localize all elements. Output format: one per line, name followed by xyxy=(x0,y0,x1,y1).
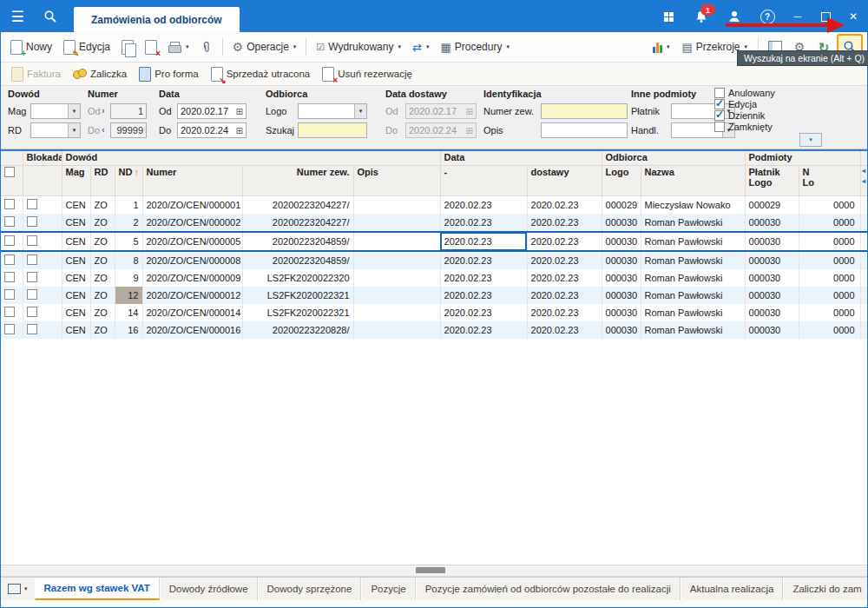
cell-nd[interactable]: 5 xyxy=(115,232,142,251)
blokada-cell[interactable] xyxy=(23,214,62,232)
cell-data[interactable]: 2020.02.23 xyxy=(440,269,527,287)
calendar-icon[interactable]: ⊞ xyxy=(236,107,243,116)
filter-expand-button[interactable]: ▾ xyxy=(799,133,822,147)
cell-opis[interactable] xyxy=(353,251,440,269)
cell-rd[interactable]: ZO xyxy=(90,214,115,232)
transfer-button[interactable]: ⇄▾ xyxy=(407,38,434,56)
cell-mag[interactable]: CEN xyxy=(62,214,90,232)
cell-dostawy[interactable]: 2020.02.23 xyxy=(527,232,602,251)
invoice-button[interactable]: Faktura xyxy=(6,63,66,85)
col-opis[interactable]: Opis xyxy=(353,166,440,196)
cell-nd[interactable]: 2 xyxy=(115,214,142,232)
cell-data[interactable]: 2020.02.23 xyxy=(440,251,527,269)
cell-mag[interactable]: CEN xyxy=(62,269,90,287)
cell-platnik-logo[interactable]: 000030 xyxy=(745,214,799,232)
cell-nd[interactable]: 9 xyxy=(115,269,142,287)
cell-nd[interactable]: 8 xyxy=(115,251,142,269)
blokada-cell[interactable] xyxy=(23,304,62,321)
blokada-cell[interactable] xyxy=(23,321,62,339)
cell-nazwa[interactable]: Roman Pawłowski xyxy=(641,269,745,287)
chevron-down-icon[interactable]: ▾ xyxy=(354,104,366,118)
help-button[interactable]: ? xyxy=(751,1,784,32)
szukaj-input[interactable] xyxy=(298,122,367,138)
remove-reservation-button[interactable]: ×Usuń rezerwację xyxy=(317,63,418,85)
row-select-cell[interactable] xyxy=(1,304,23,321)
dostawy-do-input[interactable]: 2020.02.24⊞ xyxy=(405,122,477,138)
footer-view-button[interactable]: ▾ xyxy=(1,578,35,600)
cell-numer[interactable]: 2020/ZO/CEN/000014 xyxy=(142,304,242,321)
delete-button[interactable]: × xyxy=(140,36,162,58)
cell-data[interactable]: 2020.02.23 xyxy=(440,214,527,232)
group-odbiorca[interactable]: Odbiorca xyxy=(602,151,745,166)
row-select-cell[interactable] xyxy=(1,321,23,339)
cell-numer[interactable]: 2020/ZO/CEN/000016 xyxy=(142,321,242,339)
row-select-checkbox[interactable] xyxy=(4,289,15,300)
cell-numer-zew[interactable]: LS2FK2020022320 xyxy=(242,269,353,287)
cell-logo[interactable]: 000030 xyxy=(602,251,641,269)
cell-rd[interactable]: ZO xyxy=(90,196,115,215)
col-numer[interactable]: Numer xyxy=(142,166,242,196)
cell-n-logo[interactable]: 0000 xyxy=(799,304,860,321)
cell-opis[interactable] xyxy=(353,287,440,304)
group-data[interactable]: Data xyxy=(440,151,602,166)
col-data[interactable]: - xyxy=(440,166,527,196)
cell-rd[interactable]: ZO xyxy=(90,304,115,321)
row-select-checkbox[interactable] xyxy=(4,254,15,265)
cell-numer-zew[interactable]: LS2FK2020022321 xyxy=(242,287,353,304)
cell-nd[interactable]: 12 xyxy=(115,287,142,304)
cell-logo[interactable]: 000030 xyxy=(602,304,641,321)
cell-n-logo[interactable]: 0000 xyxy=(799,214,860,232)
blokada-cell[interactable] xyxy=(23,251,62,269)
cell-mag[interactable]: CEN xyxy=(62,304,90,321)
chevron-down-icon[interactable]: ▾ xyxy=(68,104,80,118)
cell-dostawy[interactable]: 2020.02.23 xyxy=(527,304,602,321)
cell-logo[interactable]: 000030 xyxy=(602,321,641,339)
cell-nd[interactable]: 16 xyxy=(115,321,142,339)
mag-select[interactable]: ▾ xyxy=(30,103,81,119)
cell-n-logo[interactable]: 0000 xyxy=(799,287,860,304)
data-do-input[interactable]: 2020.02.24⊞ xyxy=(177,122,247,138)
attachments-button[interactable] xyxy=(195,37,218,57)
numer-od-input[interactable] xyxy=(110,103,147,119)
cell-data[interactable]: 2020.02.23 xyxy=(440,321,527,339)
close-button[interactable]: ✕ xyxy=(839,1,867,32)
procedures-button[interactable]: ▦Procedury▾ xyxy=(435,37,515,56)
blokada-cell[interactable] xyxy=(23,232,62,251)
pro-forma-button[interactable]: Pro forma xyxy=(134,63,204,85)
cell-mag[interactable]: CEN xyxy=(62,321,90,339)
cell-opis[interactable] xyxy=(353,304,440,321)
row-select-checkbox[interactable] xyxy=(4,272,15,282)
row-select-checkbox[interactable] xyxy=(4,324,15,334)
table-row[interactable]: CEN ZO 12 2020/ZO/CEN/000012 LS2FK202002… xyxy=(1,287,867,304)
frozen-scroll-arrows[interactable]: ◂◂ xyxy=(860,166,867,196)
apps-grid-button[interactable] xyxy=(652,1,685,32)
checkbox-icon[interactable] xyxy=(714,110,725,121)
edit-button[interactable]: ✎Edycja xyxy=(58,36,115,58)
blokada-checkbox[interactable] xyxy=(27,235,37,246)
cell-platnik-logo[interactable]: 000030 xyxy=(745,251,799,269)
calendar-icon[interactable]: ⊞ xyxy=(236,126,243,135)
global-search-button[interactable] xyxy=(34,1,67,32)
user-button[interactable] xyxy=(718,1,751,32)
filter-checkbox-2[interactable]: Dziennik xyxy=(714,109,765,121)
cell-numer-zew[interactable]: 20200223204227/ xyxy=(242,214,353,232)
cell-nazwa[interactable]: Roman Pawłowski xyxy=(641,287,745,304)
blokada-checkbox[interactable] xyxy=(27,289,37,300)
cell-numer[interactable]: 2020/ZO/CEN/000009 xyxy=(142,269,242,287)
col-blokada[interactable] xyxy=(23,166,62,196)
row-select-cell[interactable] xyxy=(1,214,23,232)
cell-data[interactable]: 2020.02.23 xyxy=(440,304,527,321)
cell-logo[interactable]: 000030 xyxy=(602,232,641,251)
table-row[interactable]: CEN ZO 9 2020/ZO/CEN/000009 LS2FK2020022… xyxy=(1,269,867,287)
group-dowod[interactable]: Dowód xyxy=(62,151,440,166)
cell-n-logo[interactable]: 0000 xyxy=(799,251,860,269)
table-row[interactable]: CEN ZO 2 2020/ZO/CEN/000002 202002232042… xyxy=(1,214,867,232)
lost-sale-button[interactable]: ↘Sprzedaż utracona xyxy=(206,63,316,85)
col-nd[interactable]: ND↑ xyxy=(115,166,142,196)
cell-mag[interactable]: CEN xyxy=(62,232,90,251)
table-row[interactable]: CEN ZO 1 2020/ZO/CEN/000001 202002232042… xyxy=(1,196,867,215)
cell-logo[interactable]: 000030 xyxy=(602,269,641,287)
blokada-checkbox[interactable] xyxy=(27,216,37,227)
chart-view-button[interactable]: ▾ xyxy=(648,38,675,56)
notifications-button[interactable]: 1 xyxy=(685,1,718,32)
